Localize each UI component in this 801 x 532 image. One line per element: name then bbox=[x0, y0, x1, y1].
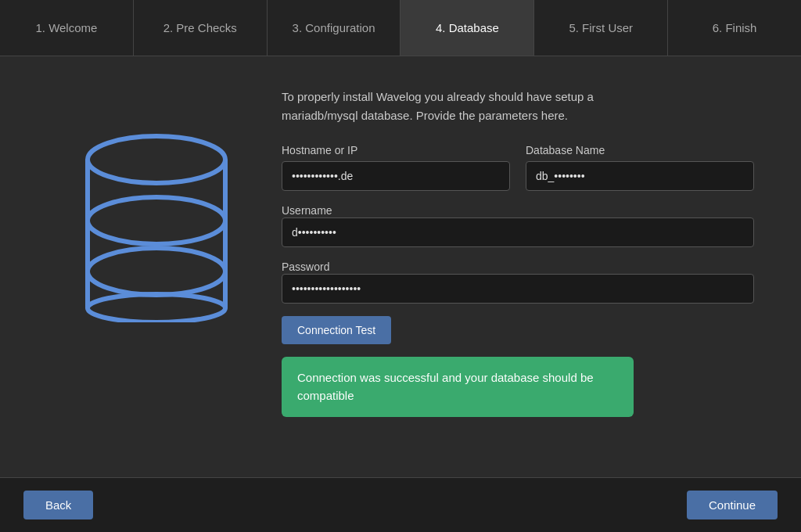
username-label: Username bbox=[282, 204, 332, 217]
tab-welcome[interactable]: 1. Welcome bbox=[0, 0, 134, 56]
password-input[interactable] bbox=[282, 274, 754, 304]
continue-button[interactable]: Continue bbox=[687, 491, 778, 519]
svg-point-0 bbox=[88, 136, 225, 183]
success-banner: Connection was successful and your datab… bbox=[282, 357, 634, 417]
form-area: To properly install Wavelog you already … bbox=[266, 88, 754, 417]
svg-point-6 bbox=[88, 248, 225, 295]
back-button[interactable]: Back bbox=[23, 491, 93, 519]
hostname-label: Hostname or IP bbox=[282, 144, 510, 156]
username-input[interactable] bbox=[282, 217, 754, 247]
hostname-group: Hostname or IP bbox=[282, 144, 510, 191]
tab-first-user[interactable]: 5. First User bbox=[534, 0, 668, 56]
connection-test-button[interactable]: Connection Test bbox=[282, 316, 391, 344]
intro-text: To properly install Wavelog you already … bbox=[282, 88, 634, 125]
svg-point-9 bbox=[88, 294, 225, 322]
hostname-dbname-row: Hostname or IP Database Name bbox=[282, 144, 754, 191]
bottom-bar: Back Continue bbox=[0, 477, 801, 532]
dbname-group: Database Name bbox=[526, 144, 754, 191]
hostname-input[interactable] bbox=[282, 161, 510, 191]
dbname-label: Database Name bbox=[526, 144, 754, 156]
tab-configuration[interactable]: 3. Configuration bbox=[268, 0, 401, 56]
dbname-input[interactable] bbox=[526, 161, 754, 191]
tab-database[interactable]: 4. Database bbox=[400, 0, 534, 56]
tab-finish[interactable]: 6. Finish bbox=[668, 0, 801, 56]
database-icon-area bbox=[47, 88, 266, 322]
tab-bar: 1. Welcome 2. Pre Checks 3. Configuratio… bbox=[0, 0, 801, 56]
svg-point-3 bbox=[88, 197, 225, 244]
password-row: Password bbox=[282, 260, 754, 304]
tab-pre-checks[interactable]: 2. Pre Checks bbox=[134, 0, 268, 56]
password-label: Password bbox=[282, 261, 329, 273]
database-icon bbox=[70, 119, 242, 322]
username-row: Username bbox=[282, 203, 754, 247]
main-content: To properly install Wavelog you already … bbox=[0, 56, 801, 477]
